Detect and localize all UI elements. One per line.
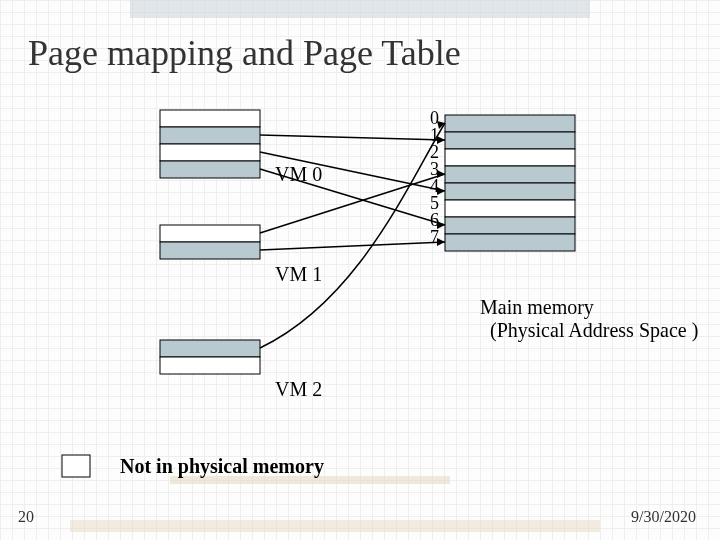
svg-rect-4 (160, 225, 260, 242)
legend-text: Not in physical memory (120, 455, 324, 478)
svg-rect-8 (445, 115, 575, 132)
vm0-block (160, 110, 260, 178)
svg-rect-2 (160, 144, 260, 161)
svg-rect-6 (160, 340, 260, 357)
vm1-label: VM 1 (275, 263, 322, 286)
slide-number: 20 (18, 508, 34, 526)
mapping-lines (260, 121, 445, 348)
svg-line-16 (260, 135, 445, 140)
svg-rect-14 (445, 217, 575, 234)
svg-rect-0 (160, 110, 260, 127)
frame-num-7: 7 (430, 227, 439, 248)
vm2-label: VM 2 (275, 378, 322, 401)
caption-line1: Main memory (480, 295, 594, 319)
physical-memory (445, 115, 575, 251)
svg-rect-11 (445, 166, 575, 183)
mapping-diagram (0, 0, 720, 540)
vm0-label: VM 0 (275, 163, 322, 186)
svg-rect-3 (160, 161, 260, 178)
svg-rect-1 (160, 127, 260, 144)
svg-rect-10 (445, 149, 575, 166)
svg-line-20 (260, 242, 445, 250)
slide-date: 9/30/2020 (631, 508, 696, 526)
svg-rect-12 (445, 183, 575, 200)
svg-rect-7 (160, 357, 260, 374)
svg-rect-5 (160, 242, 260, 259)
svg-rect-9 (445, 132, 575, 149)
legend-swatch (62, 455, 90, 477)
vm2-block (160, 340, 260, 374)
svg-rect-15 (445, 234, 575, 251)
svg-rect-13 (445, 200, 575, 217)
caption-line2: (Physical Address Space ) (490, 318, 698, 342)
vm1-block (160, 225, 260, 259)
